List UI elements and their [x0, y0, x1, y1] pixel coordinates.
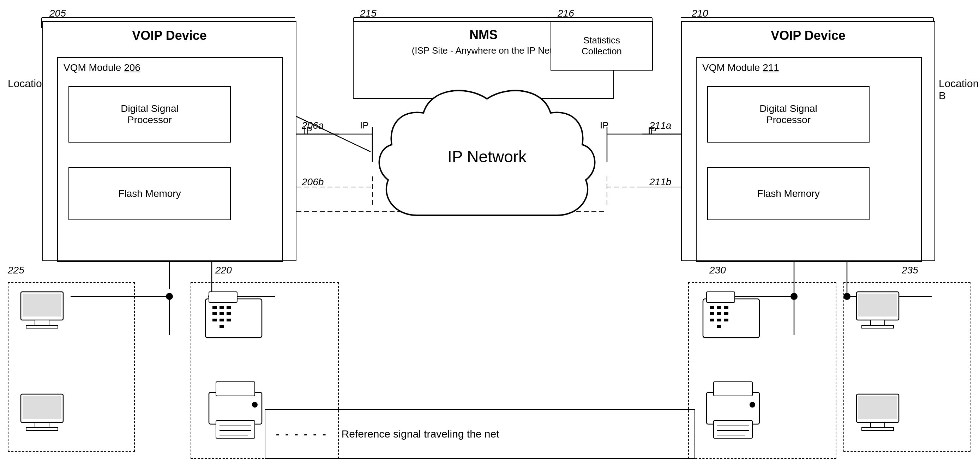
ref-211b: 211b — [649, 176, 671, 188]
diagram-container: 205 210 215 216 240 Location A Location … — [0, 0, 980, 470]
computer-icon-left-top — [16, 290, 72, 336]
svg-rect-45 — [35, 422, 49, 428]
svg-rect-56 — [212, 319, 217, 321]
voip-device-left: VOIP Device VQM Module 206 Digital Signa… — [42, 21, 296, 261]
right-phone-group — [688, 282, 836, 459]
svg-rect-51 — [220, 306, 224, 309]
reference-legend: - - - - - - Reference signal traveling t… — [265, 409, 695, 459]
vqm-right-ref: 211 — [763, 62, 779, 73]
ref-215: 215 — [360, 8, 377, 19]
svg-rect-71 — [724, 306, 729, 309]
ip-left-label: IP — [304, 125, 312, 136]
printer-icon-right — [700, 378, 770, 442]
svg-rect-69 — [710, 306, 714, 309]
svg-point-85 — [749, 402, 755, 408]
svg-rect-77 — [724, 319, 729, 321]
svg-rect-42 — [26, 326, 58, 328]
svg-rect-76 — [717, 319, 721, 321]
voip-device-right: VOIP Device VQM Module 211 Digital Signa… — [681, 21, 935, 261]
printer-icon-left — [202, 378, 272, 442]
svg-rect-72 — [710, 312, 714, 315]
ref-210: 210 — [692, 8, 708, 19]
ref-205: 205 — [49, 8, 66, 19]
svg-rect-46 — [26, 428, 58, 430]
svg-text:IP Network: IP Network — [447, 148, 527, 166]
left-computer-group — [8, 282, 135, 452]
svg-rect-81 — [714, 421, 752, 438]
phone-icon-left — [202, 288, 272, 345]
svg-rect-61 — [216, 382, 255, 396]
svg-rect-62 — [216, 421, 255, 438]
svg-rect-87 — [870, 320, 885, 326]
svg-rect-93 — [858, 396, 897, 419]
legend-text: Reference signal traveling the net — [342, 428, 500, 440]
svg-rect-68 — [706, 292, 735, 302]
flash-left: Flash Memory — [68, 167, 231, 220]
ref-235: 235 — [902, 265, 918, 276]
svg-rect-88 — [862, 326, 894, 328]
svg-rect-91 — [870, 422, 885, 428]
ip-label-cloud-right: IP — [600, 120, 609, 131]
svg-rect-80 — [714, 382, 752, 396]
svg-rect-41 — [35, 320, 49, 326]
svg-rect-75 — [710, 319, 714, 321]
stats-box: StatisticsCollection — [550, 21, 653, 71]
svg-point-66 — [252, 402, 258, 408]
location-b-label: Location B — [939, 78, 980, 102]
svg-rect-57 — [220, 319, 224, 321]
dsp-right: Digital SignalProcessor — [707, 86, 870, 143]
svg-rect-74 — [724, 312, 729, 315]
flash-right: Flash Memory — [707, 167, 870, 220]
ip-right-label: IP — [648, 125, 657, 136]
ref-230: 230 — [710, 265, 726, 276]
legend-dash: - - - - - - — [276, 428, 328, 440]
svg-rect-58 — [227, 319, 231, 321]
dsp-left: Digital SignalProcessor — [68, 86, 231, 143]
svg-rect-78 — [717, 325, 721, 328]
voip-right-title: VOIP Device — [682, 22, 934, 45]
ip-network-cloud: IP Network — [367, 78, 607, 237]
svg-rect-52 — [227, 306, 231, 309]
svg-rect-70 — [717, 306, 721, 309]
svg-rect-79 — [706, 392, 759, 424]
svg-rect-60 — [209, 392, 262, 424]
right-computer-group — [843, 282, 970, 452]
ip-label-cloud-left: IP — [360, 120, 369, 131]
voip-left-title: VOIP Device — [43, 22, 296, 45]
svg-rect-89 — [858, 294, 897, 316]
vqm-right-label: VQM Module 211 — [697, 58, 921, 75]
svg-rect-67 — [703, 299, 759, 338]
vqm-left-label: VQM Module 206 — [58, 58, 282, 75]
vqm-left-ref: 206 — [124, 62, 140, 73]
phone-icon-right — [700, 288, 770, 345]
computer-icon-right-top — [851, 290, 908, 336]
ref-225: 225 — [8, 265, 24, 276]
computer-icon-right-bottom — [851, 392, 908, 438]
ref-220: 220 — [215, 265, 232, 276]
svg-rect-55 — [227, 312, 231, 315]
computer-icon-left-bottom — [16, 392, 72, 438]
svg-rect-59 — [220, 325, 224, 328]
svg-rect-43 — [22, 294, 61, 316]
svg-rect-49 — [209, 292, 237, 302]
svg-rect-50 — [212, 306, 217, 309]
ref-206b: 206b — [302, 176, 324, 188]
svg-rect-53 — [212, 312, 217, 315]
svg-rect-47 — [22, 396, 61, 419]
ref-216: 216 — [558, 8, 574, 19]
cloud-svg: IP Network — [367, 78, 607, 237]
svg-rect-48 — [205, 299, 262, 338]
svg-point-6 — [166, 293, 173, 300]
svg-rect-73 — [717, 312, 721, 315]
svg-rect-92 — [862, 428, 894, 430]
svg-rect-54 — [220, 312, 224, 315]
